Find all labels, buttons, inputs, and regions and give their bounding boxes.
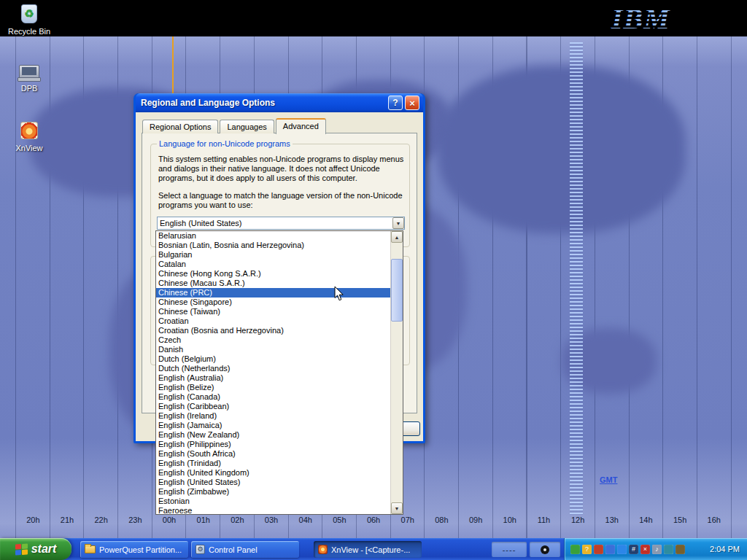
desktop-icon-recycle-bin[interactable]: ♻ Recycle Bin (6, 3, 53, 36)
taskbar-button-powerquest[interactable]: PowerQuest Partition... (80, 541, 188, 558)
timezone-label: 03h (255, 516, 289, 524)
language-option[interactable]: Chinese (Taiwan) (156, 307, 390, 316)
groupbox-title: Language for non-Unicode programs (157, 139, 293, 148)
desktop-icon-label: Recycle Bin (6, 27, 53, 36)
language-option[interactable]: English (Australia) (156, 373, 390, 383)
dialog-titlebar[interactable]: Regional and Language Options ? × (136, 93, 423, 112)
language-option[interactable]: Dutch (Netherlands) (156, 364, 390, 373)
language-option[interactable]: English (Zimbabwe) (156, 487, 390, 497)
timezone-label: 20h (16, 516, 50, 524)
ibm-logo: IBM (611, 1, 692, 35)
language-option[interactable]: English (United Kingdom) (156, 468, 390, 478)
taskbar-button-xnview[interactable]: XnView - [<Capture-... (314, 541, 422, 558)
scroll-up-icon[interactable]: ▲ (391, 231, 403, 243)
language-option[interactable]: English (Philippines) (156, 440, 390, 449)
map-dateline-hatch (570, 42, 583, 515)
language-combobox[interactable]: English (United States) ▼ (157, 217, 405, 230)
language-option[interactable]: Chinese (Hong Kong S.A.R.) (156, 269, 390, 279)
map-time-marker (172, 36, 174, 95)
language-option[interactable]: Danish (156, 345, 390, 354)
map-landmass (438, 66, 686, 233)
network-icon[interactable] (617, 545, 627, 554)
timezone-label: 21h (50, 516, 85, 524)
security-alert-icon[interactable]: ? (582, 545, 592, 554)
mute-icon[interactable]: × (640, 545, 650, 554)
scheduler-icon[interactable] (676, 545, 685, 554)
timezone-label: 16h (697, 516, 731, 524)
language-option[interactable]: English (Jamaica) (156, 421, 390, 430)
close-button[interactable]: × (405, 96, 419, 110)
language-option[interactable]: English (South Africa) (156, 449, 390, 459)
language-option[interactable]: Dutch (Belgium) (156, 354, 390, 364)
scrollbar-thumb[interactable] (391, 259, 403, 322)
language-dropdown-items: BelarusianBosnian (Latin, Bosnia and Her… (156, 231, 390, 514)
dropdown-scrollbar[interactable]: ▲ ▼ (390, 231, 403, 514)
task-grid-icon[interactable]: # (629, 545, 638, 554)
language-option[interactable]: English (Caribbean) (156, 402, 390, 411)
taskbar-button-label: XnView - [<Capture-... (331, 545, 410, 554)
taskbar-button-control-panel[interactable]: ⚙ Control Panel (191, 541, 299, 558)
combo-dropdown-icon[interactable]: ▼ (392, 217, 404, 229)
battery-meter-icon[interactable] (570, 545, 580, 554)
xnview-icon (20, 122, 38, 139)
timezone-label: 15h (663, 516, 697, 524)
language-option[interactable]: English (Canada) (156, 392, 390, 402)
wallpaper-top-band: IBM (0, 0, 747, 36)
taskbar-clock[interactable]: 2:04 PM (703, 545, 747, 553)
timezone-label: 13h (595, 516, 629, 524)
tab-regional-options[interactable]: Regional Options (142, 120, 218, 133)
taskbar-toolbar-applet[interactable] (530, 542, 560, 557)
desktop: GMT 20h21h22h23h00h01h02h03h04h05h06h07h… (0, 0, 747, 560)
scroll-down-icon[interactable]: ▼ (391, 502, 403, 514)
gmt-label: GMT (600, 475, 617, 484)
taskbar-button-label: PowerQuest Partition... (99, 545, 182, 554)
graphics-settings-icon[interactable] (594, 545, 603, 554)
laptop-icon (19, 65, 39, 79)
display-icon[interactable] (605, 545, 615, 554)
tab-advanced[interactable]: Advanced (276, 118, 326, 134)
select-language-instruction: Select a language to match the language … (158, 191, 412, 210)
timezone-label: 05h (322, 516, 357, 524)
language-option[interactable]: Chinese (PRC) (156, 288, 390, 298)
language-option[interactable]: Chinese (Singapore) (156, 298, 390, 307)
language-option[interactable]: English (Trinidad) (156, 459, 390, 468)
recycle-bin-icon: ♻ (21, 4, 37, 23)
usb-device-icon[interactable] (664, 545, 673, 554)
timezone-label: 23h (118, 516, 152, 524)
timezone-label: 22h (84, 516, 118, 524)
language-option[interactable]: Catalan (156, 260, 390, 269)
language-option[interactable]: Estonian (156, 497, 390, 506)
desktop-icon-xnview[interactable]: XnView (6, 120, 53, 152)
language-option[interactable]: Chinese (Macau S.A.R.) (156, 279, 390, 288)
language-option[interactable]: Faeroese (156, 506, 390, 514)
timezone-label: 12h (561, 516, 595, 524)
timezone-label: 04h (288, 516, 322, 524)
language-option[interactable]: Belarusian (156, 231, 390, 241)
language-option[interactable]: English (Ireland) (156, 411, 390, 421)
language-option[interactable]: English (Belize) (156, 383, 390, 392)
control-panel-icon: ⚙ (196, 545, 205, 554)
desktop-icon-label: DPB (6, 84, 53, 93)
desktop-icon-dpb[interactable]: DPB (6, 60, 53, 93)
language-option[interactable]: English (United States) (156, 478, 390, 487)
volume-icon[interactable]: ♪ (652, 545, 662, 554)
timezone-label: 07h (390, 516, 425, 524)
language-option[interactable]: Bulgarian (156, 250, 390, 260)
tab-languages[interactable]: Languages (220, 120, 274, 133)
dialog-title: Regional and Language Options (139, 98, 386, 108)
language-option[interactable]: Czech (156, 335, 390, 345)
help-button[interactable]: ? (388, 96, 403, 110)
language-option[interactable]: Croatian (156, 316, 390, 326)
mouse-cursor (334, 286, 344, 303)
windows-flag-icon (15, 543, 28, 555)
language-option[interactable]: Croatian (Bosnia and Herzegovina) (156, 326, 390, 335)
language-option[interactable]: English (New Zealand) (156, 430, 390, 440)
taskbar: start PowerQuest Partition... ⚙ Control … (0, 538, 747, 560)
language-dropdown-list: BelarusianBosnian (Latin, Bosnia and Her… (155, 230, 403, 515)
timezone-label: 01h (186, 516, 220, 524)
start-button[interactable]: start (0, 538, 71, 560)
timezone-scale: 20h21h22h23h00h01h02h03h04h05h06h07h08h0… (16, 516, 731, 524)
taskbar-toolbar-handle[interactable]: ---- (492, 542, 527, 557)
timezone-label: 14h (629, 516, 663, 524)
language-option[interactable]: Bosnian (Latin, Bosnia and Herzegovina) (156, 241, 390, 250)
